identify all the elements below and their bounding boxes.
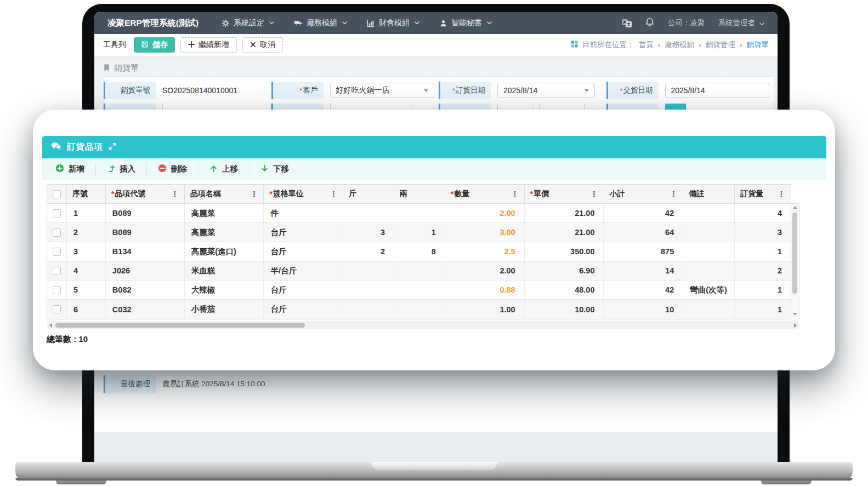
column-header-seq[interactable]: 序號 <box>67 185 106 203</box>
row-checkbox[interactable] <box>53 267 61 275</box>
cell-jin[interactable] <box>343 261 394 280</box>
cell-qty[interactable]: 1.00 <box>445 300 525 319</box>
cell-code[interactable]: B089 <box>106 204 185 222</box>
cell-price[interactable]: 48.00 <box>525 281 604 299</box>
breadcrumb-home[interactable]: 首頁 <box>638 40 653 50</box>
breadcrumb-sales-mgmt[interactable]: 銷貨管理 <box>706 40 735 50</box>
scroll-down-arrow[interactable] <box>793 313 797 316</box>
cell-qty[interactable]: 3.00 <box>445 223 525 242</box>
cell-order_qty[interactable]: 2 <box>735 261 791 280</box>
expand-icon[interactable] <box>109 142 116 152</box>
cell-jin[interactable]: 2 <box>343 242 394 261</box>
column-header-name[interactable]: 品項名稱⋮ <box>185 185 264 203</box>
cell-order_qty[interactable]: 1 <box>735 242 791 261</box>
save-button[interactable]: 儲存 <box>134 37 175 53</box>
insert-row-button[interactable]: 插入 <box>96 164 146 174</box>
column-header-liang[interactable]: 兩 <box>394 185 445 203</box>
cell-price[interactable]: 21.00 <box>525 204 604 222</box>
cell-name[interactable]: 米血糕 <box>185 261 264 280</box>
cell-seq[interactable]: 3 <box>67 242 106 261</box>
column-header-subtotal[interactable]: 小計⋮ <box>604 185 684 203</box>
cell-code[interactable]: B134 <box>106 242 185 261</box>
column-header-code[interactable]: *品項代號⋮ <box>106 185 185 203</box>
row-checkbox[interactable] <box>53 305 61 313</box>
move-up-button[interactable]: 上移 <box>198 164 249 174</box>
app-brand[interactable]: 凌聚ERP管理系統(測試) <box>107 18 198 29</box>
cell-unit[interactable]: 台斤 <box>264 300 343 319</box>
column-menu-icon[interactable]: ⋮ <box>330 190 337 198</box>
column-header-jin[interactable]: 斤 <box>343 185 394 203</box>
select-all-checkbox[interactable] <box>53 190 61 198</box>
cell-code[interactable]: B089 <box>106 223 185 242</box>
breadcrumb-factory[interactable]: 廠務模組 <box>665 40 694 50</box>
cell-jin[interactable] <box>343 300 394 319</box>
cell-note[interactable] <box>683 223 735 242</box>
cell-unit[interactable]: 件 <box>264 204 343 222</box>
nav-menu-smart-secretary[interactable]: 智能秘書 <box>439 18 492 28</box>
cell-code[interactable]: B082 <box>106 281 185 299</box>
cell-order_qty[interactable]: 1 <box>735 281 791 299</box>
cell-order_qty[interactable]: 4 <box>735 204 791 222</box>
cell-liang[interactable] <box>394 261 445 280</box>
cell-liang[interactable] <box>394 281 445 299</box>
cell-liang[interactable] <box>394 300 445 319</box>
cell-liang[interactable]: 8 <box>394 242 445 261</box>
delivery-date-input[interactable]: 2025/8/14 <box>665 83 769 98</box>
cell-subtotal[interactable]: 10 <box>604 300 683 319</box>
cell-subtotal[interactable]: 14 <box>604 261 683 280</box>
cell-unit[interactable]: 台斤 <box>264 242 343 261</box>
column-header-qty[interactable]: *數量⋮ <box>445 185 525 203</box>
translate-icon[interactable]: A文 <box>622 20 632 26</box>
cell-price[interactable]: 6.90 <box>525 261 604 280</box>
cell-code[interactable]: J026 <box>106 261 185 280</box>
cell-note[interactable] <box>683 300 735 319</box>
user-menu[interactable]: 系統管理者 <box>718 18 765 28</box>
column-header-unit[interactable]: *規格單位⋮ <box>264 185 343 203</box>
vertical-scrollbar[interactable] <box>791 203 799 318</box>
column-header-note[interactable]: 備註 <box>683 185 735 203</box>
order-date-select[interactable]: 2025/8/14 <box>497 83 595 98</box>
column-menu-icon[interactable]: ⋮ <box>250 190 258 198</box>
cell-qty[interactable]: 2.5 <box>445 242 525 261</box>
scroll-left-arrow[interactable] <box>49 323 52 328</box>
cell-note[interactable]: 彎曲(次等) <box>683 281 735 299</box>
column-menu-icon[interactable]: ⋮ <box>670 190 677 198</box>
cell-name[interactable]: 高麗菜 <box>185 223 264 242</box>
cell-name[interactable]: 大辣椒 <box>185 281 264 299</box>
cell-seq[interactable]: 4 <box>67 261 106 280</box>
cell-subtotal[interactable]: 64 <box>604 223 683 242</box>
column-header-price[interactable]: *單價⋮ <box>525 185 604 203</box>
scroll-right-arrow[interactable] <box>794 323 797 328</box>
cell-note[interactable] <box>683 204 735 222</box>
cell-jin[interactable] <box>343 281 394 299</box>
row-checkbox[interactable] <box>53 209 61 218</box>
add-row-button[interactable]: 新增 <box>44 164 95 174</box>
column-menu-icon[interactable]: ⋮ <box>778 190 785 198</box>
cell-name[interactable]: 高麗菜(進口) <box>185 242 264 261</box>
breadcrumb-sales-order[interactable]: 銷貨單 <box>747 40 769 50</box>
nav-menu-finance-module[interactable]: 財會模組 <box>367 18 419 28</box>
column-header-order_qty[interactable]: 訂貨量⋮ <box>735 185 791 203</box>
horizontal-scrollbar[interactable] <box>47 321 799 329</box>
row-checkbox[interactable] <box>53 286 61 294</box>
cell-subtotal[interactable]: 42 <box>604 204 683 222</box>
row-checkbox[interactable] <box>53 248 61 256</box>
customer-select[interactable]: 好好吃火鍋一店 <box>330 83 434 98</box>
cell-unit[interactable]: 台斤 <box>264 281 343 299</box>
cell-subtotal[interactable]: 875 <box>604 242 683 261</box>
continue-add-button[interactable]: 繼續新增 <box>180 37 237 53</box>
cell-name[interactable]: 小番茄 <box>185 300 264 319</box>
cell-code[interactable]: C032 <box>106 300 185 319</box>
cell-liang[interactable]: 1 <box>394 223 445 242</box>
cell-seq[interactable]: 1 <box>67 204 106 222</box>
move-down-button[interactable]: 下移 <box>249 164 300 174</box>
cell-unit[interactable]: 半/台斤 <box>264 261 343 280</box>
cell-seq[interactable]: 6 <box>67 300 106 319</box>
cell-subtotal[interactable]: 42 <box>604 281 683 299</box>
cell-price[interactable]: 350.00 <box>525 242 604 261</box>
column-menu-icon[interactable]: ⋮ <box>171 190 179 198</box>
cell-seq[interactable]: 5 <box>67 281 106 299</box>
horizontal-scroll-thumb[interactable] <box>55 323 305 328</box>
cell-unit[interactable]: 台斤 <box>264 223 343 242</box>
cell-price[interactable]: 10.00 <box>525 300 604 319</box>
